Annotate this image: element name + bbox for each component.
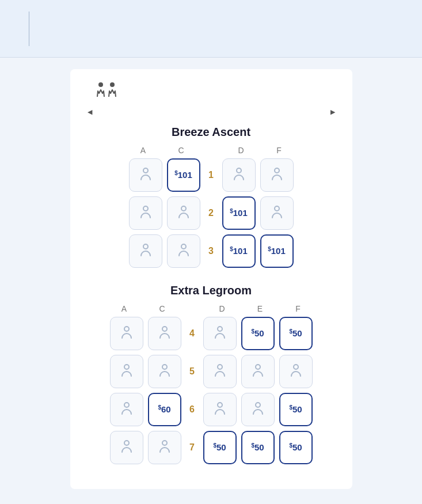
person-icon [139,167,152,183]
seat-extra-legroom-row7-C[interactable] [148,431,181,464]
col-header-A: A [127,146,160,155]
seat-extra-legroom-row5-F[interactable] [279,355,313,388]
row-number-3: 3 [203,246,220,256]
row-number-4: 4 [184,328,201,339]
row-number-5: 5 [184,366,201,377]
person-icon [120,401,133,418]
row-number-6: 6 [184,404,201,415]
seat-breeze-ascent-row2-F[interactable] [260,196,294,230]
seat-extra-legroom-row4-C[interactable] [148,317,181,350]
svg-point-17 [294,365,298,369]
seat-row-extra-legroom-5: 5 [82,355,341,388]
section-title-extra-legroom: Extra Legroom [82,284,341,297]
seat-breeze-ascent-row3-D[interactable]: $101 [222,234,256,268]
seat-extra-legroom-row6-F[interactable]: $50 [279,393,313,426]
seat-row-breeze-ascent-3: 3$101$101 [82,234,341,268]
seat-row-extra-legroom-7: 7$50$50$50 [82,431,341,464]
exit-left [88,107,94,116]
exit-right [329,107,335,116]
person-icon [214,363,226,380]
section-title-breeze-ascent: Breeze Ascent [82,126,341,139]
person-icon [120,325,133,342]
person-icon [271,205,283,221]
col-header-D: D [206,304,239,313]
person-icon [271,167,283,183]
person-icon [177,243,190,259]
seat-extra-legroom-row5-A[interactable] [110,355,143,388]
svg-point-18 [124,403,129,407]
person-icon [252,363,264,380]
sections-container: Breeze Ascent A C D F $1011 2$101 3$101$… [82,126,341,480]
seat-extra-legroom-row7-A[interactable] [110,431,143,464]
seat-extra-legroom-row4-A[interactable] [110,317,143,350]
row-number-1: 1 [203,170,220,180]
person-icon [139,205,152,221]
col-header-E: E [244,304,277,313]
person-icon [158,439,171,456]
svg-point-3 [237,168,241,173]
person-icon [158,325,171,342]
svg-point-16 [256,365,260,369]
seat-extra-legroom-row7-F[interactable]: $50 [279,431,313,464]
seat-extra-legroom-row5-C[interactable] [148,355,181,388]
seat-extra-legroom-row7-E[interactable]: $50 [241,431,275,464]
svg-point-0 [98,82,103,87]
person-icon [139,243,152,259]
svg-point-9 [181,244,186,249]
seat-extra-legroom-row6-A[interactable] [110,393,143,426]
svg-point-12 [218,327,222,331]
person-icon [158,363,171,380]
seat-extra-legroom-row4-F[interactable]: $50 [279,317,313,350]
col-headers-breeze-ascent: A C D F [82,146,341,155]
svg-point-8 [143,244,148,249]
seat-extra-legroom-row4-D[interactable] [203,317,237,350]
seat-breeze-ascent-row1-D[interactable] [222,158,256,192]
seat-map-container: Breeze Ascent A C D F $1011 2$101 3$101$… [70,69,352,489]
seat-row-breeze-ascent-1: $1011 [82,158,341,192]
seat-breeze-ascent-row1-C[interactable]: $101 [167,158,200,192]
row-number-7: 7 [184,442,201,453]
row-number-2: 2 [203,208,220,218]
seat-extra-legroom-row6-E[interactable] [241,393,275,426]
seat-breeze-ascent-row2-A[interactable] [129,196,162,230]
seat-row-extra-legroom-6: $606 $50 [82,393,341,426]
seat-extra-legroom-row5-E[interactable] [241,355,275,388]
person-icon [177,205,190,221]
seat-extra-legroom-row5-D[interactable] [203,355,237,388]
seat-extra-legroom-row6-D[interactable] [203,393,237,426]
seat-extra-legroom-row4-E[interactable]: $50 [241,317,275,350]
seat-breeze-ascent-row1-F[interactable] [260,158,294,192]
svg-point-11 [162,327,167,331]
restroom-row [82,78,341,103]
svg-point-21 [124,441,129,445]
main-content: Breeze Ascent A C D F $1011 2$101 3$101$… [0,58,422,501]
seat-breeze-ascent-row3-F[interactable]: $101 [260,234,294,268]
person-icon [214,401,226,418]
restroom-icon [93,81,122,103]
svg-point-5 [143,206,148,211]
svg-point-13 [124,365,129,369]
page-header [0,0,422,58]
svg-point-20 [256,403,260,407]
seat-extra-legroom-row7-D[interactable]: $50 [203,431,237,464]
exit-right-arrow [330,107,335,116]
seat-breeze-ascent-row2-D[interactable]: $101 [222,196,256,230]
col-header-C: C [165,146,198,155]
seat-breeze-ascent-row2-C[interactable] [167,196,200,230]
svg-point-6 [181,206,186,211]
svg-point-22 [162,441,167,445]
seat-extra-legroom-row6-C[interactable]: $60 [148,393,181,426]
seat-row-breeze-ascent-2: 2$101 [82,196,341,230]
exit-row [82,105,341,117]
svg-point-15 [218,365,222,369]
person-icon [214,325,226,342]
seat-breeze-ascent-row1-A[interactable] [129,158,162,192]
person-icon [252,401,264,418]
seat-breeze-ascent-row3-C[interactable] [167,234,200,268]
exit-left-arrow [88,107,92,116]
svg-point-1 [110,82,115,87]
person-icon [120,439,133,456]
seat-breeze-ascent-row3-A[interactable] [129,234,162,268]
person-icon [120,363,133,380]
col-header-F: F [263,146,296,155]
